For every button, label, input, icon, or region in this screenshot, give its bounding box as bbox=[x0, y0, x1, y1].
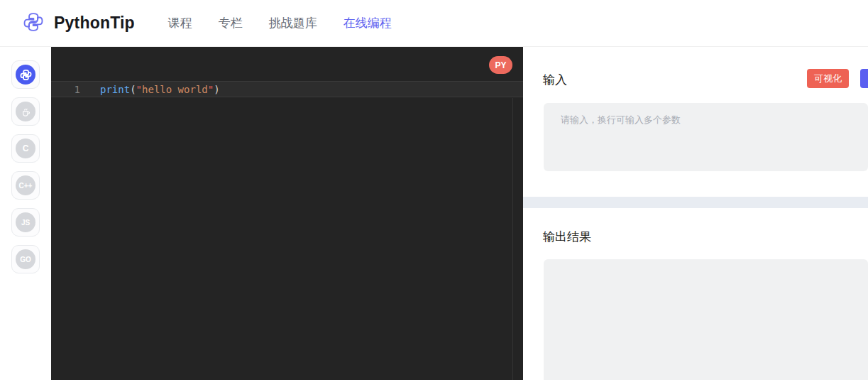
input-section-title: 输入 bbox=[543, 72, 567, 88]
io-panel: 输入 可视化 输出结果 bbox=[523, 47, 868, 380]
token-close-paren: ) bbox=[214, 84, 219, 95]
python-logo-icon bbox=[23, 11, 44, 36]
token-open-quote: " bbox=[136, 84, 142, 95]
js-icon: JS bbox=[16, 212, 35, 232]
nav-item-challenges[interactable]: 挑战题库 bbox=[269, 15, 317, 31]
cpp-icon: C++ bbox=[16, 175, 35, 195]
line-number: 1 bbox=[51, 84, 80, 95]
main-nav: 课程 专栏 挑战题库 在线编程 bbox=[168, 15, 392, 31]
top-navbar: PythonTip 课程 专栏 挑战题库 在线编程 bbox=[0, 0, 868, 47]
pythontip-logo[interactable] bbox=[23, 12, 45, 35]
token-close-quote: " bbox=[208, 84, 214, 95]
main-area: C C++ JS GO 1 print("hello world") PY 输入… bbox=[0, 47, 868, 380]
output-result-box bbox=[544, 259, 868, 380]
token-string: hello world bbox=[142, 84, 208, 95]
editor-ruler-line bbox=[512, 98, 513, 380]
lang-button-js[interactable]: JS bbox=[11, 208, 40, 237]
language-badge: PY bbox=[489, 56, 512, 74]
token-open-paren: ( bbox=[130, 84, 136, 95]
nav-item-courses[interactable]: 课程 bbox=[168, 15, 192, 31]
stdin-input[interactable] bbox=[544, 103, 868, 171]
nav-item-online-coding[interactable]: 在线编程 bbox=[344, 15, 392, 31]
c-icon: C bbox=[16, 139, 35, 158]
token-print: print bbox=[100, 84, 130, 95]
lang-button-java[interactable] bbox=[11, 97, 40, 126]
lang-button-cpp[interactable]: C++ bbox=[11, 171, 40, 200]
python-icon bbox=[16, 65, 35, 85]
run-button-partial[interactable] bbox=[860, 69, 868, 88]
brand-title: PythonTip bbox=[54, 13, 135, 33]
go-icon: GO bbox=[16, 249, 35, 269]
code-editor: 1 print("hello world") PY bbox=[51, 47, 523, 380]
language-sidebar: C C++ JS GO bbox=[0, 47, 51, 380]
code-text: print("hello world") bbox=[100, 84, 220, 95]
section-separator bbox=[523, 197, 868, 208]
nav-item-columns[interactable]: 专栏 bbox=[219, 15, 243, 31]
lang-button-c[interactable]: C bbox=[11, 134, 40, 163]
java-icon bbox=[16, 102, 35, 121]
output-section-title: 输出结果 bbox=[543, 229, 591, 245]
lang-button-go[interactable]: GO bbox=[11, 245, 40, 273]
visualize-button[interactable]: 可视化 bbox=[807, 69, 849, 88]
code-line-1: 1 print("hello world") bbox=[51, 81, 523, 97]
code-edit-surface[interactable]: 1 print("hello world") bbox=[51, 47, 523, 380]
lang-button-python[interactable] bbox=[11, 60, 40, 89]
